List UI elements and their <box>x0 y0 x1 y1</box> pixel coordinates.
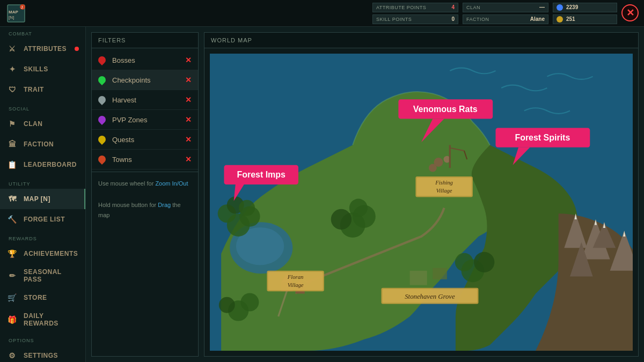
sidebar-item-achievements[interactable]: 🏆 ACHIEVEMENTS <box>0 243 85 264</box>
seasonal-icon: ✏ <box>6 270 18 282</box>
currency1-row: 2239 <box>553 3 617 12</box>
sidebar-item-attributes[interactable]: ⚔ ATTRIBUTES <box>0 39 85 59</box>
filter-label-checkpoints: Checkpoints <box>112 76 179 84</box>
stats-bar: ATTRIBUTE POINTS 4 SKILL POINTS 0 CLAN —… <box>372 3 617 24</box>
sidebar-item-settings[interactable]: ⚙ SETTINGS <box>0 345 85 362</box>
clan-icon: ⚑ <box>6 118 18 130</box>
svg-point-18 <box>331 209 352 230</box>
sidebar-item-daily[interactable]: 🎁 DAILY REWARDS <box>0 308 85 331</box>
sidebar-item-forge[interactable]: 🔨 FORGE LIST <box>0 209 85 230</box>
sidebar-section-rewards-label: REWARDS <box>0 236 85 243</box>
sidebar-item-leaderboard-label: LEADERBOARD <box>24 161 77 168</box>
svg-rect-33 <box>410 271 427 285</box>
sidebar-item-skills[interactable]: ✦ SKILLS <box>0 59 85 79</box>
svg-text:Forest Imps: Forest Imps <box>237 170 286 179</box>
filter-item-pvp[interactable]: PVP Zones ✕ <box>92 110 198 130</box>
harvest-dot <box>97 94 107 105</box>
sidebar-item-faction[interactable]: 🏛 FACTION <box>0 134 85 154</box>
filters-panel: FILTERS Bosses ✕ Checkpoints ✕ Harvest ✕… <box>91 32 199 357</box>
sidebar-item-forge-label: FORGE LIST <box>24 216 65 223</box>
attributes-icon: ⚔ <box>6 43 18 55</box>
sidebar-item-seasonal[interactable]: ✏ SEASONAL PASS <box>0 264 85 287</box>
svg-text:J: J <box>21 5 23 9</box>
sidebar-section-utility-label: UTILITY <box>0 181 85 189</box>
sidebar-item-attributes-label: ATTRIBUTES <box>24 45 67 53</box>
filter-label-quests: Quests <box>112 136 179 144</box>
svg-point-12 <box>239 200 255 216</box>
sidebar-section-combat-label: COMBAT <box>0 31 85 39</box>
svg-text:Forest Spirits: Forest Spirits <box>515 133 570 142</box>
currency1-value: 2239 <box>566 4 578 10</box>
points-group: ATTRIBUTE POINTS 4 SKILL POINTS 0 <box>372 3 458 24</box>
svg-text:MAP: MAP <box>9 10 18 14</box>
faction-icon: 🏛 <box>6 138 18 150</box>
svg-point-19 <box>349 199 368 217</box>
top-bar: MAP [N] J ATTRIBUTE POINTS 4 SKILL POINT… <box>0 0 644 27</box>
sidebar-item-map[interactable]: 🗺 MAP [N] <box>0 189 85 209</box>
leaderboard-icon: 📋 <box>6 159 18 171</box>
svg-text:Venomous Rats: Venomous Rats <box>413 105 478 114</box>
sidebar-item-trait-label: TRAIT <box>24 86 44 93</box>
sidebar-item-leaderboard[interactable]: 📋 LEADERBOARD <box>0 154 85 175</box>
svg-point-22 <box>455 253 473 271</box>
filter-label-pvp: PVP Zones <box>112 116 179 124</box>
filter-item-checkpoints[interactable]: Checkpoints ✕ <box>92 70 198 90</box>
filter-toggle-harvest[interactable]: ✕ <box>185 95 192 104</box>
svg-point-15 <box>219 297 235 313</box>
store-icon: 🛒 <box>6 292 18 304</box>
currency1-icon <box>557 4 563 11</box>
logo: MAP [N] J <box>5 3 27 24</box>
sidebar-item-store-label: STORE <box>24 294 47 301</box>
logo-icon: MAP [N] J <box>5 3 27 24</box>
trait-icon: 🛡 <box>6 84 18 95</box>
filter-item-towns[interactable]: Towns ✕ <box>92 150 198 169</box>
close-button[interactable]: ✕ <box>621 4 639 21</box>
currency2-row: 251 <box>553 14 617 24</box>
pvp-dot <box>97 114 107 125</box>
world-map-panel: WORLD MAP <box>204 32 639 357</box>
sidebar-item-daily-label: DAILY REWARDS <box>24 312 79 327</box>
filter-list: Bosses ✕ Checkpoints ✕ Harvest ✕ PVP Zon… <box>92 48 198 172</box>
checkpoints-dot <box>97 75 107 85</box>
zoom-link: Zoom In/Out <box>155 180 188 187</box>
filter-toggle-pvp[interactable]: ✕ <box>185 115 192 124</box>
filter-item-quests[interactable]: Quests ✕ <box>92 130 198 150</box>
attribute-points-value: 4 <box>451 4 455 10</box>
filter-toggle-checkpoints[interactable]: ✕ <box>185 76 192 84</box>
filter-toggle-bosses[interactable]: ✕ <box>185 56 192 64</box>
svg-text:Fishing: Fishing <box>435 180 453 186</box>
filter-item-bosses[interactable]: Bosses ✕ <box>92 50 198 70</box>
bosses-dot <box>97 55 107 65</box>
currency2-icon <box>557 16 563 23</box>
svg-text:Floran: Floran <box>287 274 304 280</box>
sidebar-item-skills-label: SKILLS <box>24 65 48 73</box>
sidebar-item-settings-label: SETTINGS <box>24 352 58 359</box>
main-content: FILTERS Bosses ✕ Checkpoints ✕ Harvest ✕… <box>86 27 644 362</box>
towns-dot <box>97 154 107 165</box>
sidebar-item-faction-label: FACTION <box>24 141 54 148</box>
sidebar-item-store[interactable]: 🛒 STORE <box>0 287 85 308</box>
sidebar-section-options: OPTIONS ⚙ SETTINGS 🎨 CUSTOMIZATION <box>0 334 85 362</box>
drag-hint: Hold mouse button for Drag the map <box>98 200 192 221</box>
skill-points-value: 0 <box>451 16 455 22</box>
filter-toggle-quests[interactable]: ✕ <box>185 135 192 144</box>
svg-point-25 <box>429 164 437 172</box>
sidebar-item-trait[interactable]: 🛡 TRAIT <box>0 79 85 100</box>
filters-footer: Use mouse wheel for Zoom In/Out Hold mou… <box>92 172 198 227</box>
filter-item-harvest[interactable]: Harvest ✕ <box>92 90 198 110</box>
attribute-points-label: ATTRIBUTE POINTS <box>376 5 448 10</box>
filter-toggle-towns[interactable]: ✕ <box>185 155 192 164</box>
map-container[interactable]: Fishing Village Floran Village Stonehave… <box>210 54 633 351</box>
map-svg: Fishing Village Floran Village Stonehave… <box>210 54 633 351</box>
sidebar-section-options-label: OPTIONS <box>0 338 85 345</box>
map-icon: 🗺 <box>6 193 18 205</box>
sidebar-section-social: SOCIAL ⚑ CLAN 🏛 FACTION 📋 LEADERBOARD <box>0 102 85 177</box>
svg-point-14 <box>240 293 259 311</box>
sidebar-item-seasonal-label: SEASONAL PASS <box>24 268 79 283</box>
sidebar: COMBAT ⚔ ATTRIBUTES ✦ SKILLS 🛡 TRAIT SOC… <box>0 27 86 362</box>
sidebar-item-achievements-label: ACHIEVEMENTS <box>24 250 78 257</box>
drag-link: Drag <box>158 202 171 208</box>
filters-panel-title: FILTERS <box>92 33 198 48</box>
sidebar-item-clan[interactable]: ⚑ CLAN <box>0 114 85 134</box>
sidebar-item-clan-label: CLAN <box>24 120 42 128</box>
